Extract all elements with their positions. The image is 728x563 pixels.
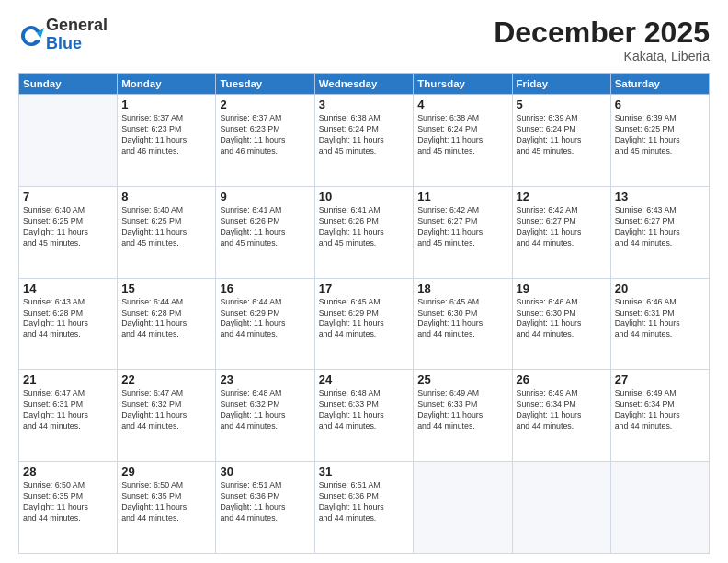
day-number: 13 <box>615 190 705 203</box>
day-number: 21 <box>23 373 113 386</box>
cell-info: Sunrise: 6:45 AM Sunset: 6:30 PM Dayligh… <box>417 297 507 341</box>
cell-info: Sunrise: 6:50 AM Sunset: 6:35 PM Dayligh… <box>121 480 211 524</box>
day-number: 10 <box>319 190 410 203</box>
day-number: 6 <box>615 98 705 111</box>
calendar-cell: 7Sunrise: 6:40 AM Sunset: 6:25 PM Daylig… <box>19 186 118 278</box>
calendar-table: SundayMondayTuesdayWednesdayThursdayFrid… <box>18 73 710 554</box>
calendar-cell: 5Sunrise: 6:39 AM Sunset: 6:24 PM Daylig… <box>512 95 610 187</box>
cell-info: Sunrise: 6:50 AM Sunset: 6:35 PM Dayligh… <box>23 480 113 524</box>
calendar-header-tuesday: Tuesday <box>216 74 314 95</box>
month-title: December 2025 <box>494 17 710 49</box>
calendar-cell: 22Sunrise: 6:47 AM Sunset: 6:32 PM Dayli… <box>118 370 216 462</box>
calendar-cell: 12Sunrise: 6:42 AM Sunset: 6:27 PM Dayli… <box>512 186 610 278</box>
page: General Blue December 2025 Kakata, Liber… <box>0 0 728 563</box>
logo: General Blue <box>18 17 108 53</box>
calendar-cell: 26Sunrise: 6:49 AM Sunset: 6:34 PM Dayli… <box>512 370 610 462</box>
calendar-cell: 3Sunrise: 6:38 AM Sunset: 6:24 PM Daylig… <box>314 95 414 187</box>
cell-info: Sunrise: 6:47 AM Sunset: 6:32 PM Dayligh… <box>121 388 211 432</box>
cell-info: Sunrise: 6:46 AM Sunset: 6:31 PM Dayligh… <box>615 297 705 341</box>
calendar-cell: 2Sunrise: 6:37 AM Sunset: 6:23 PM Daylig… <box>216 95 314 187</box>
calendar-cell: 6Sunrise: 6:39 AM Sunset: 6:25 PM Daylig… <box>610 95 709 187</box>
calendar-cell: 14Sunrise: 6:43 AM Sunset: 6:28 PM Dayli… <box>19 278 118 370</box>
day-number: 18 <box>417 282 507 295</box>
calendar-header-monday: Monday <box>118 74 216 95</box>
calendar-cell: 8Sunrise: 6:40 AM Sunset: 6:25 PM Daylig… <box>118 186 216 278</box>
cell-info: Sunrise: 6:51 AM Sunset: 6:36 PM Dayligh… <box>319 480 410 524</box>
calendar-cell <box>512 462 610 554</box>
calendar-cell: 30Sunrise: 6:51 AM Sunset: 6:36 PM Dayli… <box>216 462 314 554</box>
cell-info: Sunrise: 6:41 AM Sunset: 6:26 PM Dayligh… <box>319 205 410 249</box>
cell-info: Sunrise: 6:44 AM Sunset: 6:29 PM Dayligh… <box>220 297 310 341</box>
calendar-cell: 4Sunrise: 6:38 AM Sunset: 6:24 PM Daylig… <box>414 95 512 187</box>
cell-info: Sunrise: 6:45 AM Sunset: 6:29 PM Dayligh… <box>319 297 410 341</box>
cell-info: Sunrise: 6:39 AM Sunset: 6:24 PM Dayligh… <box>517 113 607 157</box>
calendar-cell: 16Sunrise: 6:44 AM Sunset: 6:29 PM Dayli… <box>216 278 314 370</box>
day-number: 20 <box>615 282 705 295</box>
calendar-cell: 11Sunrise: 6:42 AM Sunset: 6:27 PM Dayli… <box>414 186 512 278</box>
logo-icon <box>18 22 44 48</box>
cell-info: Sunrise: 6:39 AM Sunset: 6:25 PM Dayligh… <box>615 113 705 157</box>
day-number: 11 <box>417 190 507 203</box>
day-number: 1 <box>121 98 211 111</box>
calendar-cell: 1Sunrise: 6:37 AM Sunset: 6:23 PM Daylig… <box>118 95 216 187</box>
calendar-header-thursday: Thursday <box>414 74 512 95</box>
cell-info: Sunrise: 6:42 AM Sunset: 6:27 PM Dayligh… <box>417 205 507 249</box>
day-number: 8 <box>121 190 211 203</box>
calendar-week-row: 1Sunrise: 6:37 AM Sunset: 6:23 PM Daylig… <box>19 95 710 187</box>
logo-blue-text: Blue <box>46 35 108 53</box>
calendar-cell: 9Sunrise: 6:41 AM Sunset: 6:26 PM Daylig… <box>216 186 314 278</box>
calendar-cell: 24Sunrise: 6:48 AM Sunset: 6:33 PM Dayli… <box>314 370 414 462</box>
day-number: 12 <box>517 190 607 203</box>
calendar-cell: 31Sunrise: 6:51 AM Sunset: 6:36 PM Dayli… <box>314 462 414 554</box>
cell-info: Sunrise: 6:49 AM Sunset: 6:34 PM Dayligh… <box>615 388 705 432</box>
calendar-header-saturday: Saturday <box>610 74 709 95</box>
calendar-cell: 23Sunrise: 6:48 AM Sunset: 6:32 PM Dayli… <box>216 370 314 462</box>
day-number: 9 <box>220 190 310 203</box>
calendar-cell: 27Sunrise: 6:49 AM Sunset: 6:34 PM Dayli… <box>610 370 709 462</box>
cell-info: Sunrise: 6:43 AM Sunset: 6:27 PM Dayligh… <box>615 205 705 249</box>
calendar-header-row: SundayMondayTuesdayWednesdayThursdayFrid… <box>19 74 710 95</box>
calendar-week-row: 14Sunrise: 6:43 AM Sunset: 6:28 PM Dayli… <box>19 278 710 370</box>
calendar-cell: 17Sunrise: 6:45 AM Sunset: 6:29 PM Dayli… <box>314 278 414 370</box>
day-number: 3 <box>319 98 410 111</box>
calendar-cell: 15Sunrise: 6:44 AM Sunset: 6:28 PM Dayli… <box>118 278 216 370</box>
calendar-cell: 10Sunrise: 6:41 AM Sunset: 6:26 PM Dayli… <box>314 186 414 278</box>
day-number: 27 <box>615 373 705 386</box>
calendar-cell: 13Sunrise: 6:43 AM Sunset: 6:27 PM Dayli… <box>610 186 709 278</box>
header: General Blue December 2025 Kakata, Liber… <box>18 17 710 63</box>
calendar-cell: 20Sunrise: 6:46 AM Sunset: 6:31 PM Dayli… <box>610 278 709 370</box>
logo-text: General Blue <box>46 17 108 53</box>
cell-info: Sunrise: 6:51 AM Sunset: 6:36 PM Dayligh… <box>220 480 310 524</box>
day-number: 15 <box>121 282 211 295</box>
day-number: 28 <box>23 465 113 478</box>
calendar-week-row: 21Sunrise: 6:47 AM Sunset: 6:31 PM Dayli… <box>19 370 710 462</box>
day-number: 22 <box>121 373 211 386</box>
calendar-cell: 19Sunrise: 6:46 AM Sunset: 6:30 PM Dayli… <box>512 278 610 370</box>
cell-info: Sunrise: 6:49 AM Sunset: 6:34 PM Dayligh… <box>517 388 607 432</box>
cell-info: Sunrise: 6:38 AM Sunset: 6:24 PM Dayligh… <box>319 113 410 157</box>
calendar-cell: 28Sunrise: 6:50 AM Sunset: 6:35 PM Dayli… <box>19 462 118 554</box>
cell-info: Sunrise: 6:37 AM Sunset: 6:23 PM Dayligh… <box>121 113 211 157</box>
cell-info: Sunrise: 6:47 AM Sunset: 6:31 PM Dayligh… <box>23 388 113 432</box>
cell-info: Sunrise: 6:41 AM Sunset: 6:26 PM Dayligh… <box>220 205 310 249</box>
day-number: 14 <box>23 282 113 295</box>
calendar-cell: 21Sunrise: 6:47 AM Sunset: 6:31 PM Dayli… <box>19 370 118 462</box>
day-number: 24 <box>319 373 410 386</box>
day-number: 7 <box>23 190 113 203</box>
day-number: 31 <box>319 465 410 478</box>
cell-info: Sunrise: 6:38 AM Sunset: 6:24 PM Dayligh… <box>417 113 507 157</box>
calendar-cell <box>610 462 709 554</box>
calendar-week-row: 7Sunrise: 6:40 AM Sunset: 6:25 PM Daylig… <box>19 186 710 278</box>
cell-info: Sunrise: 6:43 AM Sunset: 6:28 PM Dayligh… <box>23 297 113 341</box>
day-number: 19 <box>517 282 607 295</box>
calendar-week-row: 28Sunrise: 6:50 AM Sunset: 6:35 PM Dayli… <box>19 462 710 554</box>
day-number: 26 <box>517 373 607 386</box>
location: Kakata, Liberia <box>494 49 710 63</box>
day-number: 5 <box>517 98 607 111</box>
cell-info: Sunrise: 6:44 AM Sunset: 6:28 PM Dayligh… <box>121 297 211 341</box>
calendar-header-wednesday: Wednesday <box>314 74 414 95</box>
calendar-header-friday: Friday <box>512 74 610 95</box>
cell-info: Sunrise: 6:40 AM Sunset: 6:25 PM Dayligh… <box>121 205 211 249</box>
day-number: 16 <box>220 282 310 295</box>
cell-info: Sunrise: 6:46 AM Sunset: 6:30 PM Dayligh… <box>517 297 607 341</box>
